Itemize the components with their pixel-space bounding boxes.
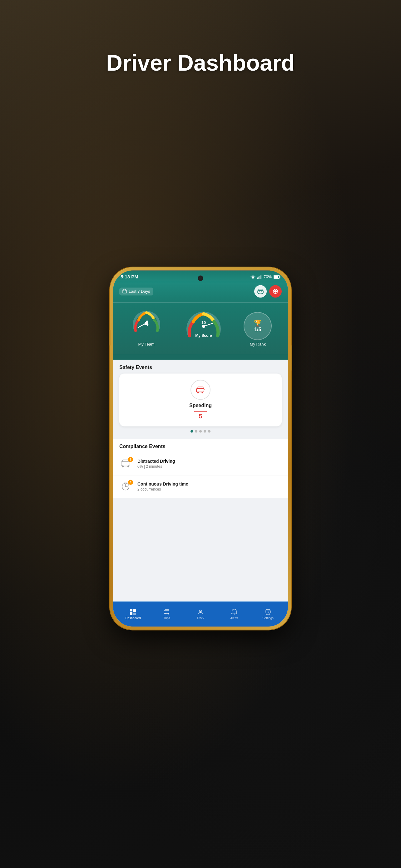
phone-inner: 5:13 PM 70%: [113, 270, 288, 626]
dashboard-nav-icon: [130, 608, 136, 615]
compliance-item-driving-time[interactable]: ! Continuous Driving time 2 occurrences: [113, 475, 288, 498]
score-section: 4 My Team: [113, 303, 288, 354]
side-button-power: [291, 345, 292, 370]
driving-time-title: Continuous Driving time: [137, 482, 188, 487]
page-title: Driver Dashboard: [106, 50, 295, 75]
svg-point-31: [127, 465, 129, 467]
svg-point-26: [202, 392, 203, 393]
record-icon: [273, 288, 278, 294]
dot-3: [199, 430, 202, 432]
svg-rect-3: [260, 276, 261, 279]
arrow-section: [113, 354, 288, 360]
svg-rect-29: [121, 462, 130, 466]
nav-dashboard-label: Dashboard: [126, 617, 141, 620]
rank-circle: 🏆 1/5: [244, 312, 272, 340]
status-icons: 70%: [250, 274, 280, 279]
signal-icon: [257, 275, 262, 279]
svg-rect-15: [259, 291, 260, 292]
app-header: Last 7 Days: [113, 282, 288, 303]
svg-rect-6: [280, 276, 280, 277]
compliance-text-2: Continuous Driving time 2 occurrences: [137, 482, 188, 492]
track-nav-icon: [197, 608, 204, 615]
scroll-arrow: [196, 354, 205, 359]
settings-nav-icon: [265, 608, 271, 615]
svg-rect-39: [133, 613, 136, 615]
speeding-value: 5: [194, 411, 207, 420]
nav-track[interactable]: Track: [183, 608, 218, 620]
svg-text:10: 10: [201, 320, 206, 325]
svg-point-13: [258, 293, 260, 294]
driving-time-detail: 2 occurrences: [137, 487, 188, 492]
safety-events-section: Safety Events Speed: [113, 360, 288, 436]
svg-rect-16: [261, 291, 262, 292]
nav-dashboard[interactable]: Dashboard: [116, 608, 150, 620]
nav-alerts-label: Alerts: [230, 617, 238, 620]
distracted-title: Distracted Driving: [137, 459, 175, 464]
svg-rect-37: [130, 609, 132, 611]
my-score: 10 My Score: [183, 306, 224, 346]
nav-settings[interactable]: Settings: [251, 608, 285, 620]
status-time: 5:13 PM: [121, 274, 138, 279]
svg-point-18: [274, 290, 277, 292]
nav-track-label: Track: [197, 617, 205, 620]
svg-rect-8: [123, 290, 127, 293]
compliance-events-title: Compliance Events: [113, 439, 288, 453]
my-rank: 🏆 1/5 My Rank: [244, 312, 272, 346]
svg-point-41: [165, 613, 166, 614]
phone-screen: 5:13 PM 70%: [113, 270, 288, 626]
nav-trips-label: Trips: [163, 617, 170, 620]
calendar-icon: [123, 289, 127, 293]
record-button[interactable]: [269, 285, 282, 298]
wifi-icon: [250, 275, 256, 279]
my-team-label: My Team: [138, 342, 155, 346]
date-filter[interactable]: Last 7 Days: [119, 287, 153, 295]
compliance-item-distracted[interactable]: ! Distracted Driving 0% | 2 minutes: [113, 453, 288, 475]
my-team-gauge: 4: [129, 306, 164, 340]
phone-frame: 5:13 PM 70%: [110, 267, 291, 629]
rank-label: My Rank: [250, 342, 266, 346]
dot-5: [208, 430, 210, 432]
compliance-events-section: Compliance Events ! Dis: [113, 439, 288, 498]
trophy-icon: 🏆: [254, 319, 262, 327]
battery-percent: 70%: [264, 274, 272, 279]
nav-alerts[interactable]: Alerts: [218, 608, 251, 620]
speeding-title: Speeding: [189, 403, 212, 408]
front-camera: [198, 275, 203, 281]
dot-1: [191, 430, 193, 432]
nav-settings-label: Settings: [262, 617, 274, 620]
svg-rect-12: [258, 290, 263, 293]
rank-value: 1/5: [254, 327, 261, 333]
warning-badge-2: !: [128, 479, 133, 485]
distracted-icon: !: [119, 457, 133, 470]
compliance-text-1: Distracted Driving 0% | 2 minutes: [137, 459, 175, 469]
svg-point-22: [202, 324, 205, 328]
svg-rect-38: [133, 609, 136, 612]
my-team-value: 4: [144, 319, 148, 328]
date-filter-label: Last 7 Days: [129, 289, 150, 294]
content-area: Safety Events Speed: [113, 360, 288, 626]
svg-point-47: [267, 611, 269, 613]
safety-event-card[interactable]: Speeding 5: [119, 373, 282, 426]
car-speed-icon: [196, 386, 205, 393]
distracted-detail: 0% | 2 minutes: [137, 464, 175, 469]
side-button-volume: [109, 330, 110, 345]
safety-events-title: Safety Events: [113, 360, 288, 373]
car-icon: [257, 288, 264, 294]
trips-nav-icon: [163, 608, 170, 615]
svg-rect-36: [130, 612, 132, 615]
my-score-label: My Score: [195, 333, 212, 338]
nav-trips[interactable]: Trips: [150, 608, 183, 620]
speeding-icon: [191, 380, 210, 400]
svg-rect-4: [261, 275, 261, 279]
svg-rect-1: [257, 277, 258, 279]
driving-time-icon: !: [119, 479, 133, 493]
svg-point-30: [122, 465, 124, 467]
svg-point-44: [200, 611, 201, 612]
car-button[interactable]: [254, 285, 267, 298]
svg-point-25: [197, 392, 199, 393]
my-team-score: 4 My Team: [129, 306, 164, 346]
dot-2: [195, 430, 197, 432]
svg-rect-2: [258, 277, 259, 279]
dot-4: [204, 430, 206, 432]
svg-point-0: [252, 278, 253, 279]
